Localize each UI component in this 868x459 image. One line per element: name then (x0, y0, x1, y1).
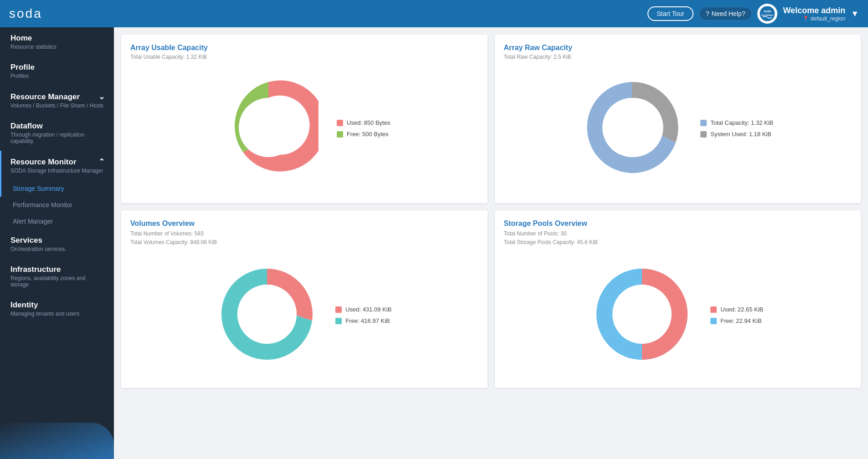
legend-sys-used: System Used: 1.18 KiB (700, 131, 773, 138)
welcome-region: 📍 default_region (783, 15, 845, 22)
sidebar-id-title: Identity (10, 301, 105, 310)
layout: Home Resource statistics Profile Profile… (0, 27, 868, 459)
sidebar-id-sub: Managing tenants and users (10, 311, 105, 317)
sidebar-infra-title: Infrastructure (10, 265, 105, 274)
sidebar: Home Resource statistics Profile Profile… (0, 27, 114, 459)
subnav-alert-manager[interactable]: Alert Manager (0, 213, 114, 230)
legend-vol-free: Free: 416.97 KiB (335, 317, 391, 324)
array-usable-donut (218, 77, 318, 179)
volumes-title: Volumes Overview (130, 219, 478, 228)
legend-pool-free-dot (710, 318, 717, 324)
chevron-up-icon: ⌃ (98, 157, 105, 167)
legend-used: Used: 850 Bytes (337, 119, 390, 126)
sidebar-profile-title: Profile (10, 63, 105, 72)
sidebar-item-profile[interactable]: Profile Profiles (0, 56, 114, 86)
volumes-legend: Used: 431.09 KiB Free: 416.97 KiB (335, 306, 391, 324)
sidebar-svc-sub: Orchestration services. (10, 246, 105, 252)
sidebar-item-home[interactable]: Home Resource statistics (0, 27, 114, 56)
array-raw-legend: Total Capacity: 1.32 KiB System Used: 1.… (700, 119, 773, 138)
sidebar-df-title: Dataflow (10, 122, 105, 131)
sidebar-rmon-title: Resource Monitor ⌃ (10, 157, 105, 167)
storage-pools-card: Storage Pools Overview Total Number of P… (495, 210, 861, 388)
array-raw-subtitle: Total Raw Capacity: 2.5 KiB (504, 54, 852, 60)
header: soda Start Tour ? Need Help? soda founda… (0, 0, 868, 27)
header-right: Start Tour ? Need Help? soda foundation … (647, 4, 859, 24)
array-usable-card: Array Usable Capacity Total Usable Capac… (121, 35, 488, 203)
svg-point-4 (602, 98, 662, 157)
volumes-subtitle: Total Number of Volumes: 583 Total Volum… (130, 230, 478, 247)
sidebar-item-infrastructure[interactable]: Infrastructure Regions, availability zon… (0, 259, 114, 294)
array-usable-body: Used: 850 Bytes Free: 500 Bytes (130, 65, 478, 192)
logo: soda (9, 6, 42, 21)
user-dropdown-icon[interactable]: ▼ (851, 9, 859, 19)
array-usable-title: Array Usable Capacity (130, 44, 478, 52)
legend-vol-free-dot (335, 318, 342, 324)
svg-point-5 (237, 285, 297, 344)
sidebar-rmon-sub: SODA Storage Infrastructure Manager (10, 168, 105, 174)
pools-legend: Used: 22.65 KiB Free: 22.94 KiB (710, 306, 763, 324)
legend-used-dot (337, 120, 343, 126)
sidebar-item-resource-manager[interactable]: Resource Manager ⌄ Volumes / Buckets / F… (0, 86, 114, 115)
legend-vol-used-dot (335, 306, 342, 313)
welcome-name: Welcome admin (783, 6, 845, 15)
sidebar-profile-sub: Profiles (10, 73, 105, 79)
location-icon: 📍 (802, 15, 809, 22)
legend-free: Free: 500 Bytes (337, 131, 390, 138)
sidebar-item-services[interactable]: Services Orchestration services. (0, 230, 114, 259)
subnav-performance-monitor[interactable]: Performance Monitor (0, 197, 114, 213)
sidebar-home-title: Home (10, 34, 105, 43)
svg-text:soda: soda (764, 10, 771, 13)
legend-pool-free: Free: 22.94 KiB (710, 317, 763, 324)
sidebar-item-dataflow[interactable]: Dataflow Through migration / replication… (0, 115, 114, 151)
legend-pool-used-dot (710, 306, 717, 313)
array-raw-title: Array Raw Capacity (504, 44, 852, 52)
sidebar-rm-sub: Volumes / Buckets / File Share / Hosts (10, 102, 105, 109)
chevron-down-icon: ⌄ (98, 92, 105, 102)
sidebar-df-sub: Through migration / replication capabili… (10, 132, 105, 144)
soda-logo-icon: soda foundation (757, 4, 777, 24)
array-usable-subtitle: Total Usable Capacity: 1.32 KiB (130, 54, 478, 60)
svg-text:foundation: foundation (762, 14, 774, 16)
charts-grid: Array Usable Capacity Total Usable Capac… (121, 35, 861, 388)
question-icon: ? (706, 10, 709, 17)
need-help-button[interactable]: ? Need Help? (699, 7, 752, 20)
array-raw-body: Total Capacity: 1.32 KiB System Used: 1.… (504, 65, 852, 192)
array-raw-card: Array Raw Capacity Total Raw Capacity: 2… (495, 35, 861, 203)
welcome-text: Welcome admin 📍 default_region (783, 6, 845, 22)
sidebar-rm-title: Resource Manager ⌄ (10, 92, 105, 102)
pools-subtitle: Total Number of Pools: 30 Total Storage … (504, 230, 852, 247)
subnav-storage-summary[interactable]: Storage Summary (0, 180, 114, 197)
sidebar-svc-title: Services (10, 236, 105, 245)
legend-free-dot (337, 131, 343, 138)
array-usable-legend: Used: 850 Bytes Free: 500 Bytes (337, 119, 390, 138)
volumes-donut (217, 264, 317, 366)
start-tour-button[interactable]: Start Tour (647, 6, 693, 21)
legend-pool-used: Used: 22.65 KiB (710, 306, 763, 313)
svg-point-6 (612, 285, 672, 344)
legend-vol-used: Used: 431.09 KiB (335, 306, 391, 313)
main-content: Array Usable Capacity Total Usable Capac… (114, 27, 868, 459)
volumes-overview-card: Volumes Overview Total Number of Volumes… (121, 210, 488, 388)
pools-title: Storage Pools Overview (504, 219, 852, 228)
array-raw-donut (582, 77, 682, 179)
pools-donut (592, 264, 692, 366)
legend-sys-used-dot (700, 131, 707, 138)
volumes-body: Used: 431.09 KiB Free: 416.97 KiB (130, 251, 478, 379)
svg-point-3 (239, 98, 298, 157)
sidebar-item-identity[interactable]: Identity Managing tenants and users (0, 294, 114, 323)
legend-total-cap-dot (700, 120, 707, 126)
sidebar-infra-sub: Regions, availability zones and storage (10, 275, 105, 288)
legend-total-cap: Total Capacity: 1.32 KiB (700, 119, 773, 126)
pools-body: Used: 22.65 KiB Free: 22.94 KiB (504, 251, 852, 379)
sidebar-item-resource-monitor[interactable]: Resource Monitor ⌃ SODA Storage Infrastr… (0, 151, 114, 180)
resource-monitor-subnav: Storage Summary Performance Monitor Aler… (0, 180, 114, 230)
sidebar-home-sub: Resource statistics (10, 44, 105, 50)
